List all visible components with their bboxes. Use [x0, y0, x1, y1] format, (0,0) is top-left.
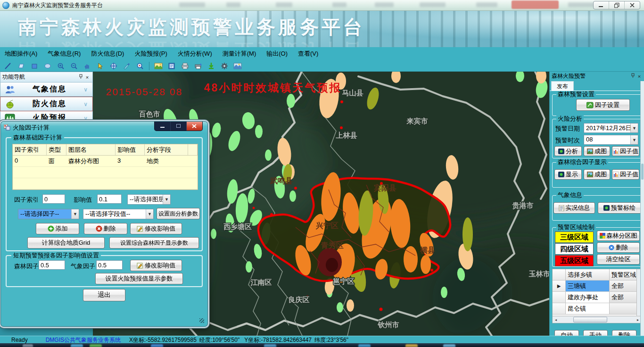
polygon-tool-icon[interactable] [16, 61, 26, 71]
dialog-maximize-button[interactable] [171, 122, 187, 131]
download-arrow-icon[interactable] [206, 61, 216, 71]
factor-settings-button[interactable]: 因子设置 [576, 99, 630, 111]
factor-table[interactable]: 因子索引 类型 图层名 影响值 分析字段 0 面 森林分布图 3 地类 [12, 144, 198, 190]
menu-fire-risk-forecast[interactable]: 火险预报(P) [134, 50, 167, 58]
fire-display-params-button[interactable]: 设置火险预报值显示参数 [95, 273, 183, 284]
level5-area-swatch[interactable]: 五级区域 [555, 255, 594, 266]
warning-date-select[interactable]: 2017年12月26日▼ [584, 123, 638, 133]
sidebar-item-weather-info[interactable]: 气象信息 ∨ [0, 83, 93, 97]
delete-button[interactable]: 删除 [612, 330, 636, 336]
zoom-selection-icon[interactable] [135, 61, 145, 71]
image-viewer-icon[interactable] [232, 61, 243, 71]
delete-button[interactable]: 删除 [84, 223, 127, 234]
warning-time-select[interactable]: 08▼ [584, 135, 638, 145]
sidebar-item-fireproof-info[interactable]: 防火信息 ∨ [0, 97, 93, 111]
panel-scrollbar[interactable] [640, 81, 644, 336]
windows-taskbar[interactable] [0, 343, 644, 347]
menu-map-operations[interactable]: 地图操作(A) [5, 50, 37, 58]
select-arrow-icon[interactable] [95, 61, 106, 71]
settings-gear-icon[interactable] [219, 61, 230, 71]
close-panel-icon[interactable]: × [636, 74, 643, 79]
delete-area-button[interactable]: 删除 [597, 242, 640, 253]
chevron-down-icon: ▼ [146, 209, 153, 219]
document-book-icon[interactable] [166, 61, 177, 71]
map-image-icon[interactable] [153, 61, 164, 71]
field-value-select[interactable]: --请选择字段值--▼ [83, 209, 154, 219]
dialog-close-button[interactable] [187, 122, 202, 131]
menu-output[interactable]: 输出(O) [266, 50, 288, 58]
table-row[interactable]: ▶ 三塘镇 全部 [553, 281, 641, 292]
layer-select[interactable]: --请选择图层--▼ [127, 194, 171, 205]
menu-fireproof-info[interactable]: 防火信息(D) [91, 50, 124, 58]
factor-value-button[interactable]: 因子值 [612, 146, 639, 156]
tab-publish[interactable]: 发布 [551, 81, 574, 91]
pin-icon[interactable] [629, 73, 636, 79]
zoom-out-icon[interactable] [69, 61, 79, 71]
composite-display-params-button[interactable]: 设置综合森林因子显示参数 [109, 237, 199, 248]
line-tool-icon[interactable] [3, 61, 13, 71]
minimize-button[interactable] [594, 1, 609, 9]
dialog-minimize-button[interactable] [155, 122, 171, 131]
factor-value-button[interactable]: 因子值 [612, 169, 639, 180]
factor-table-header: 因子索引 类型 图层名 影响值 分析字段 [13, 144, 198, 156]
factor-index-input[interactable] [42, 194, 65, 204]
zoom-in-icon[interactable] [56, 61, 66, 71]
make-map-button[interactable]: 成图 [584, 146, 610, 156]
menu-weather-info[interactable]: 气象信息(R) [48, 50, 81, 58]
area-drawing-group: 预警区域绘制 三级区域 四级区域 五级区域 森林分区图 删除 清空绘区 [552, 227, 642, 267]
manual-button[interactable]: 手动 [583, 330, 608, 336]
status-y-coord: Y坐标:-781582.842663447 [244, 336, 312, 344]
pan-hand-icon[interactable] [82, 61, 92, 71]
rectangle-tool-icon[interactable] [29, 61, 40, 71]
modify-impact-button[interactable]: 修改影响值 [130, 260, 182, 271]
scrollbar-thumb[interactable] [573, 317, 607, 322]
full-extent-icon[interactable] [108, 61, 119, 71]
factor-table-row[interactable]: 0 面 森林分布图 3 地类 [13, 156, 198, 166]
status-longitude: 经度:109°56'50" [199, 336, 239, 344]
warning-settings-group: 森林预警设置 因子设置 [552, 94, 642, 116]
show-button[interactable]: 显示 [554, 169, 582, 180]
level4-area-swatch[interactable]: 四级区域 [555, 243, 594, 255]
menu-fire-analysis[interactable]: 火情分析(W) [178, 50, 212, 58]
status-latitude: 纬度:23°3'56" [314, 336, 348, 344]
close-panel-icon[interactable]: × [84, 74, 91, 80]
table-row[interactable]: 昆仑镇 [553, 303, 641, 314]
table-row[interactable]: 建政办事处 全部 [553, 292, 641, 303]
quad-color-icon [600, 233, 605, 239]
modify-impact-button[interactable]: 修改影响值 [130, 223, 182, 234]
identify-brush-icon[interactable] [122, 61, 132, 71]
add-button[interactable]: 添加 [36, 223, 79, 234]
column-header-town[interactable]: 选择乡镇 [566, 269, 610, 280]
print-icon[interactable] [180, 61, 190, 71]
clear-drawing-button[interactable]: 清空绘区 [597, 254, 640, 264]
surface-analysis-params-button[interactable]: 设置面分析参数 [157, 208, 200, 219]
app-window: 南宁森林火灾监测预警业务服务平台 南宁森林火灾监测预警业务服务平台 南宁森林火灾… [0, 0, 644, 347]
warning-plot-button[interactable]: 预警标绘 [598, 202, 641, 214]
menu-measurement[interactable]: 测量计算(M) [223, 50, 256, 58]
time-label: 预警时次 [555, 136, 580, 145]
forest-zone-map-button[interactable]: 森林分区图 [597, 231, 640, 241]
close-button[interactable] [625, 1, 640, 9]
dialog-footer: 退出 [3, 289, 206, 301]
exit-button[interactable]: 退出 [83, 289, 125, 301]
forest-factor-input[interactable] [39, 260, 65, 270]
impact-value-input[interactable] [97, 194, 122, 204]
factor-select[interactable]: --请选择因子--▼ [18, 209, 79, 219]
restore-button[interactable] [609, 1, 625, 9]
make-map-button[interactable]: 成图 [584, 169, 610, 180]
scroll-left-arrow[interactable]: ◂ [553, 318, 559, 322]
dialog-title-bar[interactable]: 火险因子计算 [1, 122, 207, 133]
live-info-button[interactable]: 实况信息 [553, 202, 595, 214]
auto-button[interactable]: 自动 [554, 330, 579, 336]
weather-factor-input[interactable] [96, 260, 123, 270]
calc-composite-grid-button[interactable]: 计算综合地质Grid [27, 237, 105, 248]
print-output-icon[interactable] [193, 61, 203, 71]
resize-grip[interactable] [199, 318, 204, 323]
menu-view[interactable]: 查看(V) [298, 50, 318, 58]
ellipse-tool-icon[interactable] [42, 61, 53, 71]
fire-factor-dialog[interactable]: 火险因子计算 森林基础因子计算 因子索引 类型 图层名 影响值 分析字段 [1, 122, 207, 326]
table-horizontal-scrollbar[interactable]: ◂ ▸ [553, 316, 641, 323]
level3-area-swatch[interactable]: 三级区域 [555, 231, 594, 243]
pin-icon[interactable] [77, 74, 84, 80]
analyze-button[interactable]: 分析 [554, 146, 582, 156]
